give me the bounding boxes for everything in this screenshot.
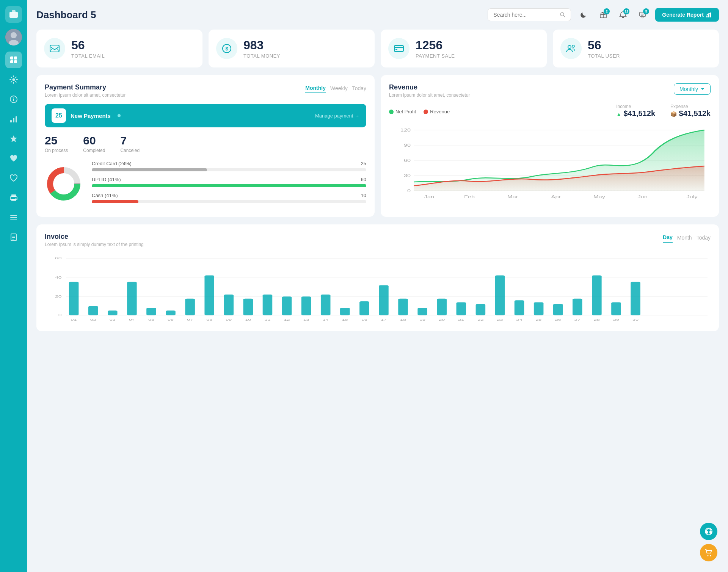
stat-payment-number: 1256 [416,38,455,52]
generate-report-button[interactable]: Generate Report [655,8,719,22]
sidebar-item-dashboard[interactable] [5,52,22,68]
bar-01 [69,282,79,315]
payment-tab-monthly[interactable]: Monthly [305,83,326,93]
bar-10 [243,299,253,315]
stat-card-money: $ 983 TOTAL MONEY [209,30,375,67]
gift-button[interactable]: 2 [596,8,610,22]
user-icon [560,38,582,59]
svg-text:60: 60 [55,256,62,260]
bar-07 [185,299,195,315]
svg-text:01: 01 [71,318,77,321]
svg-text:27: 27 [574,318,581,321]
expense-value: 📦 $41,512k [670,109,711,118]
sidebar-item-heart[interactable] [5,150,22,167]
income-expense-row: Income ▲ $41,512k Expense 📦 $41,512k [616,104,711,118]
invoice-tab-today[interactable]: Today [697,233,711,242]
stat-user-number: 56 [588,38,620,52]
bar-22 [476,304,486,315]
bar-27 [573,299,582,315]
revenue-dropdown[interactable]: Monthly [674,83,711,95]
svg-rect-1 [12,10,16,13]
svg-text:28: 28 [594,318,600,321]
svg-marker-16 [10,135,17,142]
new-payments-bar: 25 New Payments Manage payment → [45,104,366,127]
svg-line-40 [50,48,53,51]
sidebar-item-star[interactable] [5,130,22,147]
svg-text:Jan: Jan [424,195,434,199]
revenue-title: Revenue [389,83,470,91]
bar-11 [263,295,273,315]
new-payments-dot [118,114,121,117]
bar-value-credit: 25 [361,161,366,166]
svg-text:10: 10 [245,318,251,321]
bar-19 [417,308,427,315]
support-fab[interactable] [700,523,717,540]
bar-fill-cash [92,200,138,203]
bar-04 [127,282,137,315]
invoice-tab-month[interactable]: Month [677,233,692,242]
payment-tab-today[interactable]: Today [352,84,366,93]
dark-mode-button[interactable] [576,8,591,22]
money-icon: $ [216,38,237,59]
svg-rect-7 [10,60,13,63]
main-content: Dashboard 5 [27,0,728,572]
completed-item: 60 Completed [83,134,105,153]
search-input[interactable] [493,12,557,18]
bar-08 [204,276,214,315]
svg-text:22: 22 [477,318,483,321]
expense-item: Expense 📦 $41,512k [670,104,711,118]
svg-point-53 [55,176,72,192]
new-payments-count: 25 [52,108,66,123]
svg-point-20 [16,198,17,199]
bar-20 [437,299,447,315]
payment-tab-weekly[interactable]: Weekly [330,84,348,93]
svg-rect-46 [395,49,397,50]
bar-label-upi: UPI ID (41%) [92,177,121,182]
bell-button[interactable]: 12 [616,8,630,22]
svg-text:24: 24 [516,318,523,321]
sidebar-item-print[interactable] [5,190,22,206]
canceled-item: 7 Canceled [120,134,140,153]
svg-rect-36 [706,16,708,17]
invoice-header: Invoice Lorem Ipsum is simply dummy text… [45,233,711,247]
svg-text:08: 08 [206,318,212,321]
bar-value-upi: 60 [361,177,366,182]
fab-group [700,523,717,561]
payment-bars: Credit Card (24%) 25 UPI ID (41%) 60 [92,161,366,208]
cart-fab[interactable] [700,544,717,561]
donut-chart [45,165,83,204]
stat-money-number: 983 [243,38,280,52]
revenue-header: Revenue Lorem ipsum dolor sit amet, cons… [389,83,711,98]
payment-stats-mini: 25 On process 60 Completed 7 Canceled [45,134,366,153]
stat-payment-label: PAYMENT SALE [416,53,455,59]
svg-text:19: 19 [419,318,425,321]
manage-payment-link[interactable]: Manage payment → [315,113,359,119]
svg-text:21: 21 [458,318,464,321]
bar-13 [301,296,311,315]
bar-28 [592,276,602,315]
svg-rect-21 [10,215,17,216]
svg-text:07: 07 [187,318,193,321]
revenue-panel: Revenue Lorem ipsum dolor sit amet, cons… [381,75,719,217]
sidebar-item-docs[interactable] [5,229,22,246]
sidebar-item-analytics[interactable] [5,111,22,127]
invoice-tab-day[interactable]: Day [663,233,673,243]
svg-rect-22 [10,217,17,218]
invoice-chart: 60 40 20 0 [45,253,711,323]
avatar[interactable] [5,29,22,45]
svg-text:Mar: Mar [507,195,518,199]
sidebar-item-heart2[interactable] [5,170,22,186]
completed-value: 60 [83,134,105,147]
new-payments-label: New Payments [71,113,111,119]
bar-05 [146,308,156,315]
sidebar-logo[interactable] [5,6,22,23]
bar-16 [359,301,369,315]
sidebar-item-info[interactable] [5,91,22,108]
svg-text:90: 90 [404,143,411,147]
bar-item-credit: Credit Card (24%) 25 [92,161,366,171]
message-button[interactable]: 5 [635,8,650,22]
svg-text:July: July [687,195,698,199]
sidebar-item-list[interactable] [5,209,22,226]
sidebar-item-settings[interactable] [5,71,22,88]
svg-point-47 [568,45,571,49]
